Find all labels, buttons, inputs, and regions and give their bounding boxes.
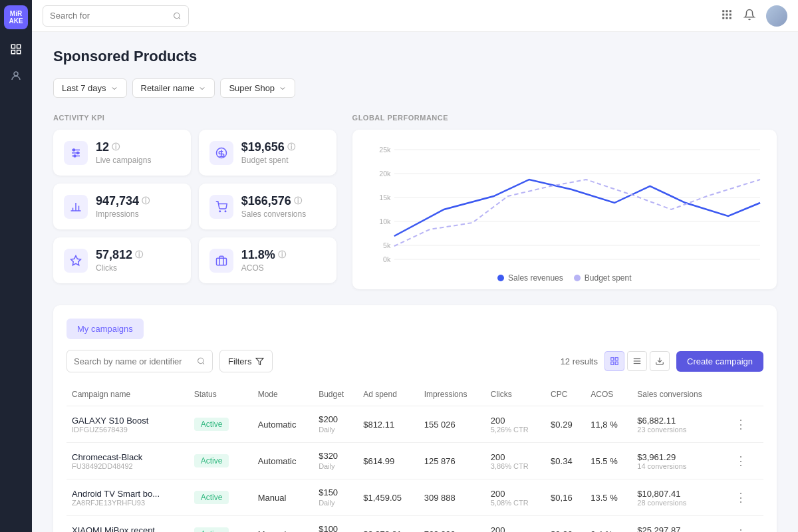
svg-rect-45	[611, 358, 614, 360]
download-icon	[655, 356, 664, 366]
kpi-info-icon[interactable]: ⓘ	[112, 142, 120, 153]
campaign-mode: Manual	[253, 479, 314, 516]
table-row: XIAOMI MiBox recept.. FR28732D3ZS49275 A…	[66, 516, 763, 533]
svg-point-4	[14, 72, 18, 76]
kpi-info: $166,576 ⓘ Sales conversions	[241, 194, 306, 219]
legend-budget: Budget spent	[574, 273, 632, 283]
col-impressions: Impressions	[419, 383, 485, 406]
grid-view-button[interactable]	[604, 351, 624, 371]
campaign-id: ZA8RFJE13YRHFU93	[72, 499, 184, 507]
chart-section-label: GLOBAL PERFORMANCE	[352, 114, 777, 122]
campaign-cpc: $0,16	[545, 479, 585, 516]
kpi-card-acos: 11.8% ⓘ ACOS	[199, 237, 336, 283]
svg-rect-10	[726, 14, 728, 16]
kpi-card-sales-conversions: $166,576 ⓘ Sales conversions	[199, 184, 336, 229]
svg-marker-44	[256, 358, 263, 364]
col-mode: Mode	[253, 383, 314, 406]
topbar	[32, 0, 798, 32]
page-title: Sponsored Products	[53, 48, 777, 65]
legend-dot-sales	[497, 275, 504, 281]
row-more-button[interactable]: ⋮	[731, 452, 751, 469]
list-view-button[interactable]	[627, 351, 647, 371]
campaigns-tabs: My campaigns	[66, 319, 763, 339]
filters-button[interactable]: Filters	[219, 350, 273, 372]
kpi-section: ACTIVITY KPI 12 ⓘ Live campaigns	[53, 114, 336, 289]
sidebar-item-campaigns[interactable]	[4, 37, 28, 61]
campaign-clicks: 200 4,98% CTR	[485, 516, 545, 533]
notification-icon[interactable]	[743, 9, 755, 23]
svg-text:5k: 5k	[383, 242, 391, 249]
kpi-info: $19,656 ⓘ Budget spent	[241, 140, 295, 165]
campaign-impressions: 155 026	[419, 406, 485, 443]
main-area: Sponsored Products Last 7 days Retailer …	[32, 0, 798, 532]
svg-rect-9	[722, 14, 724, 16]
campaign-sales-conv: $25,297.87 43 conversions	[632, 516, 726, 533]
kpi-grid: 12 ⓘ Live campaigns $19	[53, 130, 336, 283]
svg-rect-8	[730, 10, 732, 12]
kpi-info-icon[interactable]: ⓘ	[278, 249, 286, 261]
svg-rect-2	[11, 51, 15, 54]
row-more-button[interactable]: ⋮	[731, 489, 751, 506]
table-search-input[interactable]	[74, 356, 192, 366]
svg-text:20k: 20k	[379, 170, 391, 178]
campaign-id: IDFGUZ5678439	[72, 426, 184, 434]
filter-retailer[interactable]: Retailer name	[132, 78, 215, 98]
filter-date[interactable]: Last 7 days	[53, 78, 127, 98]
campaign-clicks: 200 5,08% CTR	[485, 479, 545, 516]
sidebar-item-users[interactable]	[4, 64, 28, 88]
list-icon	[632, 356, 642, 366]
kpi-icon-sliders	[64, 141, 88, 165]
campaign-budget: $200Daily	[313, 406, 358, 443]
campaign-clicks: 200 5,26% CTR	[485, 406, 545, 443]
svg-point-19	[77, 152, 79, 154]
svg-point-43	[198, 358, 203, 363]
svg-rect-6	[722, 10, 724, 12]
svg-text:0k: 0k	[383, 256, 391, 263]
tab-my-campaigns[interactable]: My campaigns	[66, 319, 144, 339]
performance-chart: 25k 20k 15k 10k 5k 0k	[366, 143, 763, 266]
svg-text:25k: 25k	[379, 146, 391, 154]
svg-text:15k: 15k	[379, 194, 391, 201]
kpi-info-icon[interactable]: ⓘ	[142, 196, 150, 207]
campaign-mode: Automatic	[253, 406, 314, 443]
kpi-section-label: ACTIVITY KPI	[53, 114, 336, 122]
campaign-name: Android TV Smart bo...	[72, 489, 184, 499]
download-button[interactable]	[650, 351, 670, 371]
kpi-info: 12 ⓘ Live campaigns	[96, 140, 151, 165]
results-count: 12 results	[561, 356, 598, 366]
campaign-name: Chromecast-Black	[72, 452, 184, 462]
svg-point-5	[174, 13, 180, 18]
sections-row: ACTIVITY KPI 12 ⓘ Live campaigns	[53, 114, 777, 289]
search-input[interactable]	[50, 11, 168, 21]
svg-point-18	[73, 149, 75, 151]
logo: MiRAKE	[4, 5, 28, 29]
row-more-button[interactable]: ⋮	[731, 525, 751, 532]
kpi-info-icon[interactable]: ⓘ	[287, 142, 295, 153]
row-more-button[interactable]: ⋮	[731, 416, 751, 433]
chevron-down-icon	[110, 84, 118, 92]
apps-icon[interactable]	[721, 9, 733, 23]
legend-sales: Sales revenues	[497, 273, 563, 283]
col-acos: ACOS	[585, 383, 632, 406]
svg-rect-12	[722, 17, 724, 19]
global-performance-section: GLOBAL PERFORMANCE 25k 20k 15k	[352, 114, 777, 289]
kpi-card-clicks: 57,812 ⓘ Clicks	[53, 237, 191, 283]
col-sales-conv: Sales conversions	[632, 383, 726, 406]
chevron-down-icon	[279, 84, 287, 92]
campaign-name: GALAXY S10 Boost	[72, 416, 184, 426]
kpi-info: 947,734 ⓘ Impressions	[96, 194, 150, 219]
create-campaign-button[interactable]: Create campaign	[676, 351, 763, 372]
avatar[interactable]	[766, 5, 787, 27]
campaign-budget: $100Daily	[313, 516, 358, 533]
filter-shop[interactable]: Super Shop	[220, 78, 295, 98]
svg-rect-14	[730, 17, 732, 19]
view-icons	[604, 351, 670, 371]
campaign-cpc: $0,26	[545, 516, 585, 533]
topbar-right	[721, 5, 787, 27]
campaigns-table: Campaign name Status Mode Budget Ad spen…	[66, 383, 763, 532]
kpi-info-icon[interactable]: ⓘ	[135, 249, 143, 261]
kpi-icon-bar-chart	[64, 195, 88, 219]
filters-row: Last 7 days Retailer name Super Shop	[53, 78, 777, 98]
kpi-info-icon[interactable]: ⓘ	[294, 196, 302, 207]
col-campaign-name: Campaign name	[66, 383, 189, 406]
